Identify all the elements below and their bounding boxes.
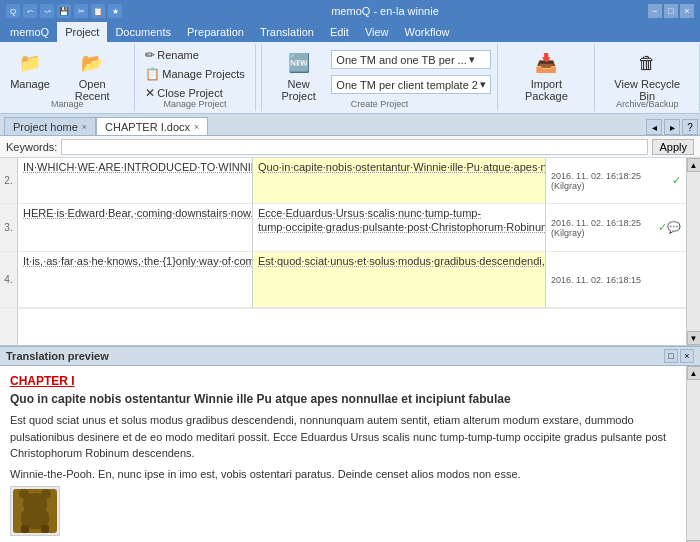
ribbon-group-create: 🆕 New Project One TM and one TB per ... … <box>262 44 498 111</box>
app-icon-3: ⤻ <box>40 4 54 18</box>
keywords-label: Keywords: <box>6 141 57 153</box>
maximize-button[interactable]: □ <box>664 4 678 18</box>
app-icons: Q ⤺ ⤻ 💾 ✂ 📋 ★ <box>6 4 122 18</box>
menu-workflow[interactable]: Workflow <box>397 22 458 42</box>
meta-text-3: 2016. 11. 02. 16:18:25 (Kilgray) <box>551 218 654 238</box>
tab-nav-help[interactable]: ? <box>682 119 698 135</box>
preview-scroll-up[interactable]: ▲ <box>687 366 701 380</box>
meta-cell-3: 2016. 11. 02. 16:18:25 (Kilgray) ✓ 💬 <box>546 204 686 252</box>
table-row: IN·WHICH·WE·ARE·INTRODUCED·TO·WINNIE·THE… <box>18 158 686 204</box>
ribbon-group-archive: 🗑 View Recycle Bin Archive/Backup <box>595 44 700 111</box>
tab-nav-prev[interactable]: ◂ <box>646 119 662 135</box>
menu-project[interactable]: Project <box>57 22 107 42</box>
preview-para2: Winnie-the-Pooh. En, nunc ipse in imo es… <box>10 466 676 483</box>
target-text-2: Quo·in·capite·nobis·ostentantur·Winnie·i… <box>258 161 546 173</box>
preview-container: CHAPTER I Quo in capite nobis ostentantu… <box>0 366 700 542</box>
app-icon-2: ⤺ <box>23 4 37 18</box>
create-project-group-label: Create Project <box>262 99 497 109</box>
open-recent-button[interactable]: 📂 Open Recent <box>56 46 128 105</box>
app-icon-6: 📋 <box>91 4 105 18</box>
meta-text-4: 2016. 11. 02. 16:18:15 <box>551 275 641 285</box>
manage-group-label: Manage <box>0 99 134 109</box>
menu-bar: memoQ Project Documents Preparation Tran… <box>0 22 700 42</box>
source-cell-4[interactable]: It·is,·as·far·as·he·knows,·the·{1}only·w… <box>18 252 253 308</box>
preview-close-button[interactable]: × <box>680 349 694 363</box>
preview-chapter: CHAPTER I <box>10 374 676 388</box>
table-content: IN·WHICH·WE·ARE·INTRODUCED·TO·WINNIE·THE… <box>18 158 686 345</box>
tab-nav-next[interactable]: ▸ <box>664 119 680 135</box>
target-cell-3[interactable]: Ecce·Eduardus·Ursus·scalis·nunc·tump-tum… <box>253 204 546 252</box>
apply-button[interactable]: Apply <box>652 139 694 155</box>
menu-edit[interactable]: Edit <box>322 22 357 42</box>
menu-view[interactable]: View <box>357 22 397 42</box>
close-button[interactable]: × <box>680 4 694 18</box>
source-cell-3[interactable]: HERE·is·Edward·Bear,·coming·downstairs·n… <box>18 204 253 252</box>
open-recent-icon: 📂 <box>78 49 106 77</box>
rename-icon: ✏ <box>145 48 155 62</box>
window-title: memoQ - en-la winnie <box>122 5 648 17</box>
tm2-dropdown-arrow: ▾ <box>480 78 486 91</box>
target-text-4: Est·quod·sciat·unus·et·solus·modus·gradi… <box>258 255 546 267</box>
tab-home-label: Project home <box>13 121 78 133</box>
preview-image <box>10 486 60 536</box>
source-text-3: HERE·is·Edward·Bear,·coming·downstairs·n… <box>23 207 253 219</box>
preview-scrollbar[interactable]: ▲ ▼ <box>686 366 700 542</box>
window-controls[interactable]: − □ × <box>648 4 694 18</box>
row-numbers: 2. 3. 4. <box>0 158 18 345</box>
target-text-3: Ecce·Eduardus·Ursus·scalis·nunc·tump-tum… <box>258 207 546 233</box>
vertical-scrollbar[interactable]: ▲ ▼ <box>686 158 700 345</box>
menu-translation[interactable]: Translation <box>252 22 322 42</box>
app-icon-7: ★ <box>108 4 122 18</box>
menu-memq[interactable]: memoQ <box>2 22 57 42</box>
row-num-3: 3. <box>0 204 17 252</box>
source-cell-2[interactable]: IN·WHICH·WE·ARE·INTRODUCED·TO·WINNIE·THE… <box>18 158 253 204</box>
archive-group-label: Archive/Backup <box>595 99 699 109</box>
preview-area: CHAPTER I Quo in capite nobis ostentantu… <box>0 366 686 542</box>
import-package-button[interactable]: 📥 Import Package <box>504 46 588 105</box>
table-row: It·is,·as·far·as·he·knows,·the·{1}only·w… <box>18 252 686 308</box>
tm1-dropdown-arrow: ▾ <box>469 53 475 66</box>
ribbon: 📁 Manage 📂 Open Recent Manage ✏ Rename 📋… <box>0 42 700 114</box>
preview-float-button[interactable]: □ <box>664 349 678 363</box>
manage-projects-button[interactable]: 📋 Manage Projects <box>141 65 249 83</box>
menu-documents[interactable]: Documents <box>107 22 179 42</box>
bear-illustration <box>13 489 57 533</box>
manage-project-group-label: Manage Project <box>135 99 255 109</box>
table-area: 2. 3. 4. IN·WHICH·WE·ARE·INTRODUCED·TO·W… <box>0 158 700 345</box>
keywords-bar: Keywords: Apply <box>0 136 700 158</box>
scroll-up-button[interactable]: ▲ <box>687 158 701 172</box>
minimize-button[interactable]: − <box>648 4 662 18</box>
app-icon-5: ✂ <box>74 4 88 18</box>
keywords-input[interactable] <box>61 139 648 155</box>
tab-project-home[interactable]: Project home × <box>4 117 96 135</box>
tm2-dropdown[interactable]: One TM per client template 2 ▾ <box>331 75 491 94</box>
source-text-2: IN·WHICH·WE·ARE·INTRODUCED·TO·WINNIE·THE… <box>23 161 253 173</box>
target-cell-4[interactable]: Est·quod·sciat·unus·et·solus·modus·gradi… <box>253 252 546 308</box>
manage-button[interactable]: 📁 Manage <box>6 46 54 93</box>
translation-table: 2. 3. 4. IN·WHICH·WE·ARE·INTRODUCED·TO·W… <box>0 158 700 346</box>
new-project-button[interactable]: 🆕 New Project <box>268 46 329 105</box>
ribbon-group-manage-project: ✏ Rename 📋 Manage Projects ✕ Close Proje… <box>135 44 256 111</box>
app-icon-1: Q <box>6 4 20 18</box>
row-num-4: 4. <box>0 252 17 308</box>
archive-button[interactable]: 🗑 View Recycle Bin <box>601 46 693 105</box>
meta-cell-4: 2016. 11. 02. 16:18:15 <box>546 252 686 308</box>
target-cell-2[interactable]: Quo·in·capite·nobis·ostentantur·Winnie·i… <box>253 158 546 204</box>
title-bar: Q ⤺ ⤻ 💾 ✂ 📋 ★ memoQ - en-la winnie − □ × <box>0 0 700 22</box>
scroll-down-button[interactable]: ▼ <box>687 331 701 345</box>
manage-icon: 📁 <box>16 49 44 77</box>
app-icon-4: 💾 <box>57 4 71 18</box>
tab-home-close[interactable]: × <box>82 122 87 132</box>
preview-para1: Est quod sciat unus et solus modus gradi… <box>10 412 676 462</box>
rename-button[interactable]: ✏ Rename <box>141 46 249 64</box>
tm1-dropdown[interactable]: One TM and one TB per ... ▾ <box>331 50 491 69</box>
archive-icon: 🗑 <box>633 49 661 77</box>
close-project-icon: ✕ <box>145 86 155 100</box>
preview-title: Translation preview <box>6 350 664 362</box>
source-text-4: It·is,·as·far·as·he·knows,·the·{1}only·w… <box>23 255 253 267</box>
preview-heading: Quo in capite nobis ostentantur Winnie i… <box>10 392 676 406</box>
menu-preparation[interactable]: Preparation <box>179 22 252 42</box>
empty-rows <box>18 308 686 345</box>
status-icon-2: ✓ <box>672 174 681 187</box>
status-icon-3: ✓ <box>658 221 667 234</box>
